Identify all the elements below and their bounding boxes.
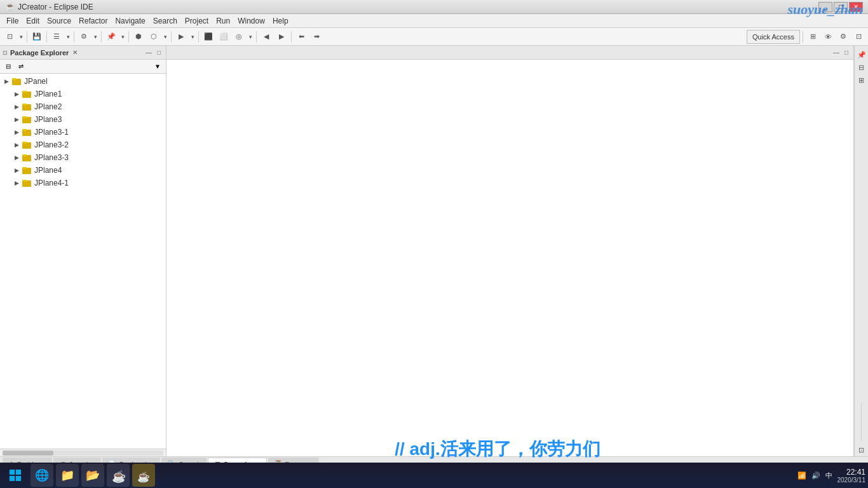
folder-icon-jplane3-3	[22, 152, 32, 163]
expand-arrow-jplane4: ▶	[13, 166, 20, 174]
taskbar-network-icon: 📶	[797, 471, 806, 480]
package-explorer-panel: ⊡ Package Explorer ✕ — □ ⊟ ⇌ ▼ ▶	[0, 46, 166, 456]
toolbar-btn6[interactable]: ⬢	[132, 30, 146, 44]
toolbar-dropdown6[interactable]: ▾	[162, 30, 168, 44]
tree-label-jplane3: JPlane3	[34, 115, 62, 124]
toolbar-btn11[interactable]: 👁	[821, 30, 835, 44]
folder-icon-jplane4	[22, 165, 32, 175]
toolbar-new-btn[interactable]: ⊡	[3, 30, 17, 44]
taskbar-java-icon-2[interactable]: ☕	[132, 464, 155, 487]
folder-icon-jplane3-1	[22, 127, 32, 137]
quick-access-button[interactable]: Quick Access	[747, 30, 800, 44]
toolbar-perspective-btn[interactable]: ⊞	[806, 30, 820, 44]
sidebar-toolbar: ⊟ ⇌ ▼	[0, 60, 166, 74]
svg-rect-9	[22, 129, 27, 131]
toolbar-btn7[interactable]: ⬡	[147, 30, 161, 44]
expand-arrow-jplane3-3: ▶	[13, 154, 20, 161]
taskbar-right: 📶 🔊 中 22:41 2020/3/11	[797, 468, 866, 484]
taskbar-java-icon-1[interactable]: ☕	[107, 464, 130, 487]
tree-item-jplane4[interactable]: ▶ JPlane4	[0, 164, 166, 177]
taskbar-input-icon: 中	[825, 471, 832, 480]
editor-header: — □	[166, 46, 853, 60]
menu-help[interactable]: Help	[269, 15, 292, 27]
taskbar-browser-icon[interactable]: 🌐	[31, 464, 53, 487]
toolbar-dropdown3[interactable]: ▾	[65, 30, 71, 44]
editor-canvas[interactable]	[166, 60, 853, 456]
menu-project[interactable]: Project	[181, 15, 212, 27]
toolbar-sep-7	[198, 31, 199, 43]
toolbar-btn3[interactable]: ☰	[50, 30, 64, 44]
tree-item-jplane3-1[interactable]: ▶ JPlane3-1	[0, 126, 166, 139]
tree-item-jplane4-1[interactable]: ▶ JPlane4-1	[0, 177, 166, 189]
right-tool-btn-3[interactable]: ⊞	[855, 74, 868, 86]
svg-rect-15	[22, 167, 27, 169]
toolbar-run-btn[interactable]: ▶	[174, 30, 188, 44]
tree-item-jplane3[interactable]: ▶ JPlane3	[0, 113, 166, 126]
toolbar-next-btn[interactable]: ➡	[309, 30, 323, 44]
start-button[interactable]	[3, 464, 28, 487]
editor-area: — □	[166, 46, 854, 456]
tree-item-jplane3-3[interactable]: ▶ JPlane3-3	[0, 151, 166, 164]
toolbar-dropdown5[interactable]: ▾	[119, 30, 126, 44]
link-with-editor-btn[interactable]: ⇌	[15, 61, 27, 72]
right-tool-btn-1[interactable]: 📌	[855, 48, 868, 61]
taskbar-folder-icon[interactable]: 📁	[56, 464, 79, 487]
collapse-all-btn[interactable]: ⊟	[3, 61, 14, 72]
menu-window[interactable]: Window	[234, 15, 269, 27]
taskbar-file-explorer-icon[interactable]: 📂	[81, 464, 104, 487]
toolbar-prev-btn[interactable]: ⬅	[294, 30, 308, 44]
toolbar-sep-4	[101, 31, 102, 43]
menu-bar: File Edit Source Refactor Navigate Searc…	[0, 14, 868, 28]
toolbar-btn10[interactable]: ◎	[232, 30, 246, 44]
toolbar-debug-btn[interactable]: ⚙	[77, 30, 91, 44]
sidebar-minimize-btn[interactable]: —	[144, 48, 153, 57]
sidebar-panel-icon: ⊡	[3, 50, 8, 56]
toolbar-btn5[interactable]: 📌	[104, 30, 118, 44]
title-bar-left: ☕ JCreator - Eclipse IDE	[5, 2, 93, 11]
tree-label-jplane3-2: JPlane3-2	[34, 140, 69, 149]
menu-file[interactable]: File	[3, 15, 22, 27]
tree-item-jplane3-2[interactable]: ▶ JPlane3-2	[0, 139, 166, 151]
tree-item-jplane2[interactable]: ▶ JPlane2	[0, 100, 166, 113]
svg-rect-18	[10, 470, 15, 475]
right-tool-btn-2[interactable]: ⊟	[855, 61, 868, 74]
sidebar-header: ⊡ Package Explorer ✕ — □	[0, 46, 166, 60]
folder-icon-jplane4-1	[22, 178, 32, 188]
toolbar-btn12[interactable]: ⚙	[836, 30, 850, 44]
toolbar-forward-btn[interactable]: ▶	[275, 30, 288, 44]
tree-item-jpanel[interactable]: ▶ JPanel	[0, 75, 166, 88]
expand-arrow-jplane3: ▶	[13, 116, 20, 123]
toolbar-back-btn[interactable]: ◀	[259, 30, 273, 44]
toolbar-sep-3	[74, 31, 74, 43]
folder-icon-jpanel	[11, 76, 22, 86]
toolbar-dropdown7[interactable]: ▾	[189, 30, 196, 44]
tree-label-jpanel: JPanel	[24, 77, 48, 86]
toolbar-save-btn[interactable]: 💾	[30, 30, 44, 44]
editor-minimize-btn[interactable]: —	[832, 48, 841, 57]
svg-rect-11	[22, 142, 27, 144]
toolbar-sep-8	[256, 31, 257, 43]
menu-refactor[interactable]: Refactor	[75, 15, 111, 27]
menu-source[interactable]: Source	[43, 15, 75, 27]
menu-search[interactable]: Search	[149, 15, 181, 27]
menu-edit[interactable]: Edit	[22, 15, 43, 27]
menu-navigate[interactable]: Navigate	[111, 15, 149, 27]
tree-content[interactable]: ▶ JPanel ▶ JPlane1	[0, 74, 166, 449]
svg-rect-19	[16, 470, 21, 475]
tree-item-jplane1[interactable]: ▶ JPlane1	[0, 88, 166, 100]
app-icon: ☕	[5, 2, 15, 11]
toolbar-btn13[interactable]: ⊡	[851, 30, 865, 44]
folder-icon-jplane2	[22, 102, 32, 112]
menu-run[interactable]: Run	[212, 15, 234, 27]
toolbar-dropdown8[interactable]: ▾	[247, 30, 254, 44]
editor-maximize-btn[interactable]: □	[842, 48, 851, 57]
toolbar-btn9[interactable]: ⬜	[217, 30, 231, 44]
sidebar-maximize-btn[interactable]: □	[154, 48, 163, 57]
main-layout: ⊡ Package Explorer ✕ — □ ⊟ ⇌ ▼ ▶	[0, 46, 868, 456]
title-text: JCreator - Eclipse IDE	[18, 3, 93, 11]
toolbar-dropdown4[interactable]: ▾	[92, 30, 98, 44]
sidebar-view-menu-btn[interactable]: ▼	[152, 61, 163, 72]
toolbar-dropdown1[interactable]: ▾	[18, 30, 24, 44]
sidebar-close-x[interactable]: ✕	[72, 49, 78, 56]
toolbar-btn8[interactable]: ⬛	[201, 30, 215, 44]
